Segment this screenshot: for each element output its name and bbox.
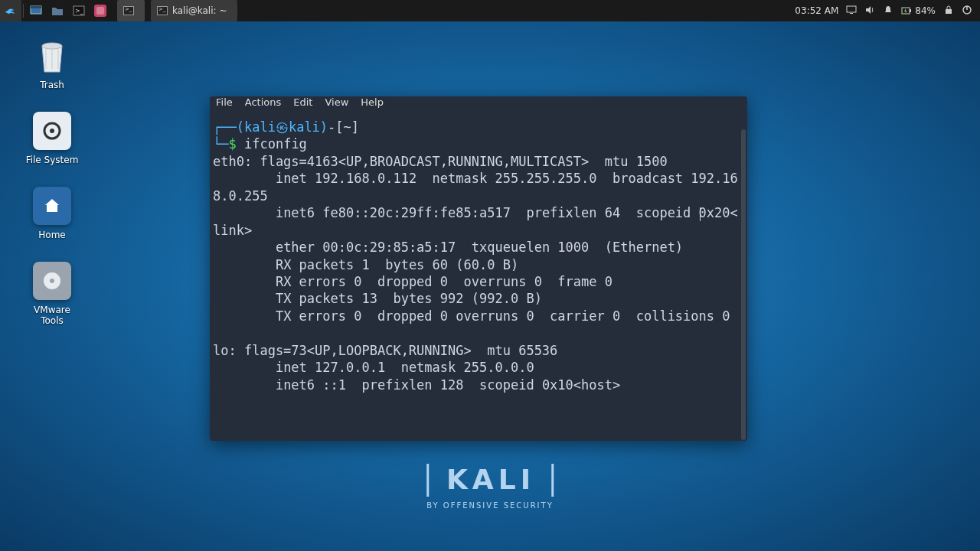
svg-rect-10	[946, 9, 952, 14]
svg-text:>_: >_	[75, 8, 84, 15]
menu-actions[interactable]: Actions	[245, 96, 282, 108]
terminal-output: eth0: flags=4163<UP,BROADCAST,RUNNING,MU…	[213, 154, 738, 393]
svg-rect-1	[31, 6, 41, 8]
burp-icon	[94, 5, 106, 17]
home-icon	[33, 187, 71, 225]
notifications-icon[interactable]	[883, 5, 893, 18]
desktop-icon-trash[interactable]: Trash	[21, 37, 83, 90]
battery-percent: 84%	[915, 5, 936, 16]
display-icon[interactable]	[846, 5, 857, 18]
show-desktop-button[interactable]	[25, 0, 47, 21]
battery-charging-icon	[901, 5, 912, 16]
top-panel: >_ kali@kali: ~ 03:52 AM 84%	[0, 0, 980, 21]
menu-edit[interactable]: Edit	[293, 96, 312, 108]
desktop-icon-filesystem[interactable]: File System	[21, 112, 83, 165]
disc-icon	[33, 262, 71, 300]
terminal-body[interactable]: ┌──(kali㉿kali)-[~] └─$ ifconfig eth0: fl…	[210, 108, 747, 441]
taskbar-item-terminal[interactable]: kali@kali: ~	[151, 0, 237, 21]
terminal-icon	[123, 6, 134, 15]
svg-rect-6	[847, 6, 856, 12]
terminal-icon	[157, 6, 168, 15]
desktop-icon-label: Home	[38, 230, 65, 240]
clock[interactable]: 03:52 AM	[795, 5, 838, 16]
terminal-launcher-button[interactable]: >_	[68, 0, 90, 21]
taskbar-item-label: kali@kali: ~	[172, 5, 227, 16]
prompt-host: kali	[289, 119, 320, 135]
desktop-icon-label: File System	[26, 155, 79, 165]
desktop-icon-home[interactable]: Home	[21, 187, 83, 240]
battery-indicator[interactable]: 84%	[901, 5, 936, 16]
svg-point-17	[50, 279, 54, 283]
command-text: ifconfig	[244, 136, 307, 152]
volume-icon[interactable]	[864, 5, 875, 18]
file-manager-button[interactable]	[47, 0, 68, 21]
separator	[23, 4, 24, 18]
menu-help[interactable]: Help	[361, 96, 384, 108]
desktop-icon-label: Trash	[40, 80, 64, 90]
terminal-menubar: File Actions Edit View Help	[210, 96, 747, 108]
taskbar-item-terminal-empty[interactable]	[117, 0, 145, 21]
drive-icon	[33, 112, 71, 150]
desktop-icons: Trash File System Home VMware Tools	[21, 37, 83, 326]
svg-rect-5	[96, 7, 104, 15]
power-icon[interactable]	[962, 5, 972, 18]
desktop-icon	[30, 5, 42, 16]
brand-name: KALI	[426, 464, 554, 497]
kali-dragon-icon	[3, 3, 18, 18]
panel-right: 03:52 AM 84%	[795, 0, 980, 21]
brand-tagline: BY OFFENSIVE SECURITY	[426, 501, 554, 510]
app-menu-button[interactable]	[0, 0, 21, 21]
lock-icon[interactable]	[943, 5, 954, 18]
svg-rect-7	[850, 13, 853, 14]
app-launcher-button[interactable]	[90, 0, 111, 21]
desktop-icon-vmware[interactable]: VMware Tools	[21, 262, 83, 326]
menu-view[interactable]: View	[325, 96, 348, 108]
desktop-icon-label: VMware Tools	[21, 305, 83, 326]
menu-file[interactable]: File	[216, 96, 233, 108]
text-cursor	[700, 207, 701, 221]
prompt-user: kali	[244, 119, 276, 135]
panel-left: >_ kali@kali: ~	[0, 0, 237, 21]
trash-icon	[33, 37, 71, 75]
prompt-path: ~	[344, 119, 351, 135]
terminal-icon: >_	[73, 5, 85, 16]
svg-rect-9	[910, 9, 911, 12]
svg-point-15	[50, 129, 54, 133]
kali-branding: KALI BY OFFENSIVE SECURITY	[426, 464, 554, 510]
folder-icon	[51, 5, 64, 16]
terminal-scrollbar[interactable]	[741, 129, 746, 440]
svg-point-13	[42, 43, 62, 49]
terminal-window[interactable]: File Actions Edit View Help ┌──(kali㉿kal…	[210, 96, 747, 441]
